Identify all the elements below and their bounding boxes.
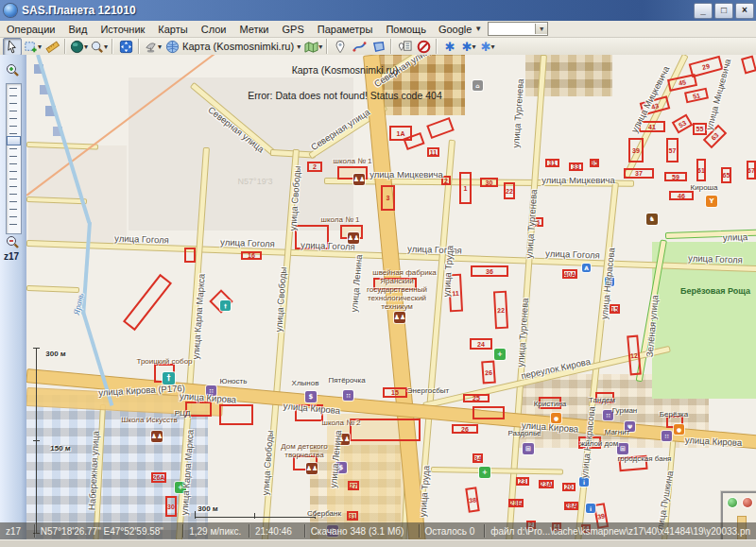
placemark-manager-button[interactable] <box>396 39 413 55</box>
zoom-slider[interactable] <box>6 83 22 234</box>
map-label: городская баня <box>618 454 672 463</box>
gps-icon: ✱ <box>481 41 491 53</box>
minimap-zoom-out-icon[interactable] <box>743 498 752 507</box>
placemark-tool-button[interactable] <box>332 39 349 55</box>
map-building: 15 <box>383 387 407 398</box>
toolbar-separator <box>390 39 392 54</box>
map-canvas[interactable]: 2945514353554163395737596165673133354621… <box>26 55 756 547</box>
map-building: 30 <box>165 496 177 517</box>
map-type-combo[interactable]: Карта (Kosmosnimki.ru) ▾ <box>163 40 303 54</box>
selection-tool-button[interactable]: ▾ <box>24 39 42 55</box>
path-tool-button[interactable] <box>351 39 368 55</box>
map-tile-patch <box>28 145 127 246</box>
minimize-button[interactable]: _ <box>694 3 713 19</box>
map-building: 26 <box>452 424 478 434</box>
chevron-down-icon: ▾ <box>158 43 162 51</box>
map-label: РЦД <box>175 409 191 418</box>
map-building: 46 <box>669 191 694 200</box>
menu-item[interactable]: Карты <box>151 23 194 36</box>
map-building: 15 <box>610 304 620 314</box>
zoom-level-label: z17 <box>4 251 19 262</box>
map-label: Школа Искусств <box>121 416 178 424</box>
minimap-zoom-in-icon[interactable] <box>728 498 737 507</box>
map-label: Яранский государственный технологический… <box>367 277 427 311</box>
zoom-tool-button[interactable]: ▾ <box>90 39 108 55</box>
status-remaining: Осталось 0 <box>420 524 486 538</box>
map-road <box>26 285 79 293</box>
menu-item[interactable]: Слои <box>195 23 233 36</box>
horse-icon: ♞ <box>646 214 658 225</box>
map-label: Error: Data does not found! Status code … <box>248 90 441 101</box>
app-icon <box>4 4 17 17</box>
zoom-out-button[interactable] <box>5 234 21 250</box>
map-building: 51 <box>684 88 709 104</box>
status-file-path: файл d:\Pro...\cache\ksmapnew\z17\40\x41… <box>485 524 756 538</box>
toolbar-separator <box>326 39 328 54</box>
ruler-tool-button[interactable] <box>43 39 60 55</box>
menu-item-google[interactable]: Google ▼ <box>433 23 488 36</box>
menu-item[interactable]: Параметры <box>311 23 380 36</box>
map-building: 61 <box>696 159 706 181</box>
map-building <box>219 404 253 425</box>
hide-marks-button[interactable] <box>415 39 432 55</box>
map-building: 27 <box>348 481 359 490</box>
zoom-slider-ticks <box>9 88 17 228</box>
chevron-down-icon: ▾ <box>472 43 476 51</box>
status-resolution: 1,29 м/пикс. <box>183 524 249 538</box>
map-building: 23А <box>539 480 554 488</box>
menu-item[interactable]: Операции <box>0 23 61 36</box>
map-building: 59 <box>664 172 687 181</box>
info-icon: i <box>579 477 589 487</box>
toolbar: ▾ ▾ ▾ ▾ Карта (Kosmosnimki.ru) ▾ ▾ ✱ ✱▾ … <box>0 38 756 56</box>
map-label: швейная фабрика <box>372 268 437 277</box>
menu-item[interactable]: Вид <box>61 23 94 36</box>
map-building: 28А <box>564 502 578 510</box>
globe-view-button[interactable]: ▾ <box>70 39 88 55</box>
menu-item[interactable]: Метки <box>232 23 275 36</box>
chevron-down-icon: ▾ <box>491 43 495 51</box>
maximize-button[interactable]: □ <box>714 3 733 19</box>
layers-button[interactable]: ▾ <box>304 39 322 55</box>
cursor-tool-button[interactable] <box>3 38 22 56</box>
map-label: школа № 1 <box>334 157 372 165</box>
menu-item[interactable]: GPS <box>276 23 311 36</box>
map-building: 3 <box>381 185 395 211</box>
close-button[interactable]: × <box>735 3 754 19</box>
status-time: 21:40:46 <box>249 524 305 538</box>
map-building: 30 <box>480 178 498 187</box>
map-label: Дом детского творчества <box>281 442 327 459</box>
map-building: 65 <box>721 167 731 183</box>
globe-icon <box>165 40 180 54</box>
map-building: 26 <box>481 361 496 385</box>
map-label: улица Гоголя <box>545 248 600 260</box>
map-label: Тандем <box>589 396 615 404</box>
info-icon: i <box>586 504 595 513</box>
map-label: Берёзовая Роща <box>680 286 750 296</box>
chevron-down-icon[interactable]: ▼ <box>535 24 547 34</box>
fullscreen-button[interactable] <box>117 39 134 55</box>
bus-stop-icon: А <box>582 264 591 272</box>
map-building: 36 <box>471 265 508 277</box>
menu-item[interactable]: Источник <box>94 23 151 36</box>
map-label: улица Гоголя <box>301 239 355 251</box>
zoom-in-button[interactable] <box>5 62 21 78</box>
polygon-tool-button[interactable] <box>369 39 387 55</box>
menu-item[interactable]: Помощь <box>379 23 433 36</box>
map-road <box>33 348 40 349</box>
map-building: 31 <box>347 511 358 521</box>
map-label: жилой дом <box>580 439 618 448</box>
map-building: 20 <box>562 483 576 491</box>
gps-connect-button[interactable]: ✱ <box>441 39 458 55</box>
gps-options-button[interactable]: ✱▾ <box>479 39 496 55</box>
map-building: 37 <box>624 168 654 179</box>
search-combobox[interactable]: ▼ <box>488 22 548 36</box>
map-label: улица Гоголя <box>688 252 743 265</box>
zoom-slider-thumb[interactable] <box>7 136 21 145</box>
gps-track-button[interactable]: ✱▾ <box>460 39 477 55</box>
map-building: 16 <box>241 251 262 260</box>
map-label: школа № 2 <box>322 419 361 427</box>
map-road <box>431 467 563 474</box>
map-label: Юность <box>220 377 248 385</box>
download-tool-button[interactable]: ▾ <box>144 39 162 55</box>
pharmacy-icon: + <box>479 467 490 478</box>
